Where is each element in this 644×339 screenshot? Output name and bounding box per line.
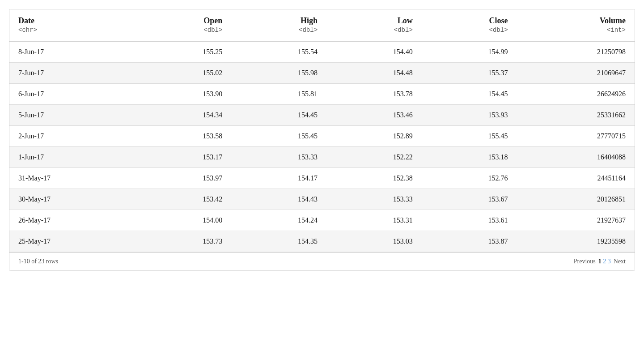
cell-date: 26-May-17 (9, 210, 136, 231)
cell-date: 1-Jun-17 (9, 146, 136, 167)
col-label-date: Date (18, 16, 34, 25)
cell-low: 154.48 (326, 62, 422, 83)
cell-date: 30-May-17 (9, 189, 136, 210)
cell-volume: 16404088 (517, 146, 635, 167)
col-type-date: <chr> (18, 26, 127, 34)
cell-high: 155.54 (231, 41, 326, 63)
row-info: 1-10 of 23 rows (18, 258, 58, 265)
cell-date: 5-Jun-17 (9, 104, 136, 125)
col-type-low: <dbl> (335, 26, 413, 34)
cell-date: 6-Jun-17 (9, 83, 136, 104)
cell-high: 155.45 (231, 125, 326, 146)
table-row: 8-Jun-17155.25155.54154.40154.9921250798 (9, 41, 635, 63)
col-type-close: <dbl> (431, 26, 508, 34)
cell-high: 154.17 (231, 167, 326, 189)
cell-volume: 21927637 (517, 210, 635, 231)
previous-button[interactable]: Previous (574, 258, 596, 265)
cell-open: 153.90 (136, 83, 232, 104)
cell-close: 153.93 (422, 104, 517, 125)
table-row: 25-May-17153.73154.35153.03153.871923559… (9, 231, 635, 252)
cell-low: 152.22 (326, 146, 422, 167)
col-header-low[interactable]: Low <dbl> (326, 9, 422, 41)
cell-high: 154.35 (231, 231, 326, 252)
cell-volume: 21069647 (517, 62, 635, 83)
cell-high: 155.98 (231, 62, 326, 83)
cell-volume: 19235598 (517, 231, 635, 252)
pagination: Previous 1 2 3 Next (574, 258, 626, 265)
cell-high: 154.24 (231, 210, 326, 231)
cell-open: 154.34 (136, 104, 232, 125)
cell-date: 25-May-17 (9, 231, 136, 252)
page-1-button[interactable]: 1 (598, 258, 602, 265)
cell-low: 153.78 (326, 83, 422, 104)
col-type-volume: <int> (526, 26, 626, 34)
table-row: 5-Jun-17154.34154.45153.46153.9325331662 (9, 104, 635, 125)
col-header-high[interactable]: High <dbl> (231, 9, 326, 41)
cell-low: 153.46 (326, 104, 422, 125)
page-3-button[interactable]: 3 (608, 258, 611, 265)
table-header-row: Date <chr> Open <dbl> High <dbl> Low <db… (9, 9, 635, 41)
cell-close: 153.67 (422, 189, 517, 210)
cell-close: 154.99 (422, 41, 517, 63)
col-header-open[interactable]: Open <dbl> (136, 9, 232, 41)
cell-open: 155.25 (136, 41, 232, 63)
col-label-close: Close (489, 16, 508, 25)
cell-volume: 20126851 (517, 189, 635, 210)
cell-close: 152.76 (422, 167, 517, 189)
cell-low: 152.38 (326, 167, 422, 189)
cell-date: 31-May-17 (9, 167, 136, 189)
cell-open: 153.17 (136, 146, 232, 167)
cell-open: 153.42 (136, 189, 232, 210)
cell-volume: 25331662 (517, 104, 635, 125)
cell-volume: 27770715 (517, 125, 635, 146)
col-header-volume[interactable]: Volume <int> (517, 9, 635, 41)
cell-open: 153.73 (136, 231, 232, 252)
cell-low: 152.89 (326, 125, 422, 146)
data-table: Date <chr> Open <dbl> High <dbl> Low <db… (9, 9, 635, 271)
cell-low: 153.31 (326, 210, 422, 231)
col-type-high: <dbl> (240, 26, 318, 34)
cell-close: 153.61 (422, 210, 517, 231)
cell-open: 155.02 (136, 62, 232, 83)
cell-low: 154.40 (326, 41, 422, 63)
col-header-date[interactable]: Date <chr> (9, 9, 136, 41)
cell-close: 155.45 (422, 125, 517, 146)
table-row: 30-May-17153.42154.43153.33153.672012685… (9, 189, 635, 210)
table-row: 7-Jun-17155.02155.98154.48155.3721069647 (9, 62, 635, 83)
table-row: 26-May-17154.00154.24153.31153.612192763… (9, 210, 635, 231)
col-label-high: High (301, 16, 318, 25)
table-row: 1-Jun-17153.17153.33152.22153.1816404088 (9, 146, 635, 167)
cell-volume: 24451164 (517, 167, 635, 189)
page-2-button[interactable]: 2 (603, 258, 606, 265)
table-footer: 1-10 of 23 rows Previous 1 2 3 Next (9, 252, 635, 270)
cell-high: 155.81 (231, 83, 326, 104)
cell-low: 153.33 (326, 189, 422, 210)
cell-volume: 21250798 (517, 41, 635, 63)
cell-high: 153.33 (231, 146, 326, 167)
cell-open: 154.00 (136, 210, 232, 231)
cell-open: 153.97 (136, 167, 232, 189)
col-header-close[interactable]: Close <dbl> (422, 9, 517, 41)
cell-low: 153.03 (326, 231, 422, 252)
cell-volume: 26624926 (517, 83, 635, 104)
table-row: 6-Jun-17153.90155.81153.78154.4526624926 (9, 83, 635, 104)
next-button[interactable]: Next (614, 258, 626, 265)
cell-high: 154.45 (231, 104, 326, 125)
col-label-low: Low (398, 16, 413, 25)
table-row: 2-Jun-17153.58155.45152.89155.4527770715 (9, 125, 635, 146)
col-label-volume: Volume (600, 16, 626, 25)
col-type-open: <dbl> (145, 26, 223, 34)
cell-high: 154.43 (231, 189, 326, 210)
cell-date: 7-Jun-17 (9, 62, 136, 83)
cell-close: 153.18 (422, 146, 517, 167)
cell-open: 153.58 (136, 125, 232, 146)
cell-close: 154.45 (422, 83, 517, 104)
cell-close: 153.87 (422, 231, 517, 252)
cell-date: 8-Jun-17 (9, 41, 136, 63)
cell-date: 2-Jun-17 (9, 125, 136, 146)
col-label-open: Open (203, 16, 222, 25)
table-row: 31-May-17153.97154.17152.38152.762445116… (9, 167, 635, 189)
cell-close: 155.37 (422, 62, 517, 83)
